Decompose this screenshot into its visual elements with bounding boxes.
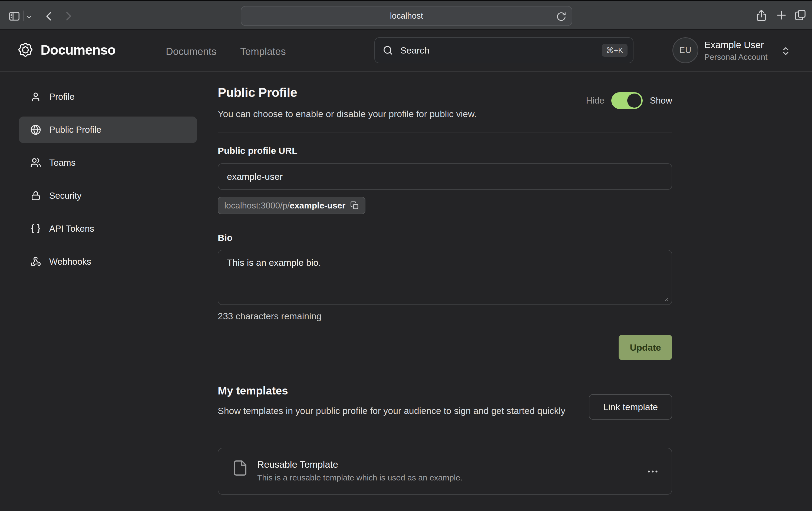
template-list-item: Reusable Template This is a reusable tem…	[218, 448, 672, 495]
bio-label: Bio	[218, 233, 233, 243]
ellipsis-menu-icon[interactable]	[646, 465, 659, 478]
template-description: This is a reusable template which is use…	[257, 473, 463, 482]
page-subtitle: You can choose to enable or disable your…	[218, 109, 476, 119]
profile-url-input[interactable]	[218, 163, 672, 190]
page-title: Public Profile	[218, 85, 297, 100]
sidebar-item-label: Security	[49, 190, 81, 201]
toolbar-divider	[23, 10, 24, 21]
user-name: Example User	[704, 39, 764, 50]
search-input[interactable]: Search ⌘+K	[374, 37, 634, 63]
share-icon[interactable]	[755, 9, 767, 21]
webhook-icon	[30, 256, 41, 267]
update-button[interactable]: Update	[618, 335, 672, 360]
toggle-knob	[627, 94, 641, 108]
copy-icon[interactable]	[350, 201, 359, 210]
users-icon	[30, 157, 41, 168]
profile-visibility-toggle[interactable]	[611, 92, 643, 109]
sidebar-item-profile[interactable]: Profile	[19, 84, 197, 110]
sidebar-item-label: Webhooks	[49, 257, 91, 267]
sidebar-item-label: Profile	[49, 92, 75, 102]
nav-templates[interactable]: Templates	[240, 46, 286, 57]
profile-url-slug: example-user	[290, 201, 345, 210]
search-placeholder: Search	[400, 45, 602, 56]
forward-icon[interactable]	[62, 10, 75, 23]
address-url: localhost	[390, 11, 423, 21]
sidebar-item-label: API Tokens	[49, 223, 94, 234]
search-shortcut-badge: ⌘+K	[602, 44, 628, 57]
tabs-overview-icon[interactable]	[794, 9, 807, 21]
sidebar-item-teams[interactable]: Teams	[19, 150, 197, 176]
lock-icon	[30, 190, 41, 201]
globe-icon	[30, 124, 41, 135]
documenso-logo-icon[interactable]	[17, 41, 34, 58]
browser-toolbar: localhost	[0, 0, 812, 30]
profile-url-label: Public profile URL	[218, 146, 297, 156]
templates-section-description: Show templates in your public profile fo…	[218, 404, 588, 418]
app-root: { "browser": { "url": "localhost", "icon…	[0, 0, 812, 511]
bio-textarea[interactable]: This is an example bio.	[218, 250, 672, 305]
profile-url-preview-chip[interactable]: localhost:3000/p/example-user	[218, 197, 366, 214]
brand-name[interactable]: Documenso	[40, 42, 116, 58]
sidebar-item-public-profile[interactable]: Public Profile	[19, 117, 197, 143]
chevron-down-icon[interactable]	[26, 14, 32, 20]
app-header: Documenso Documents Templates Search ⌘+K…	[0, 30, 812, 72]
sidebar-item-security[interactable]: Security	[19, 182, 197, 209]
sidebar-item-api-tokens[interactable]: API Tokens	[19, 215, 197, 242]
chevrons-up-down-icon[interactable]	[781, 46, 791, 56]
braces-icon	[30, 223, 41, 234]
templates-section-title: My templates	[218, 385, 288, 397]
back-icon[interactable]	[43, 10, 55, 23]
sidebar-item-label: Public Profile	[49, 125, 102, 135]
sidebar-item-webhooks[interactable]: Webhooks	[19, 248, 197, 275]
characters-remaining: 233 characters remaining	[218, 311, 322, 322]
toggle-hide-label: Hide	[586, 95, 605, 106]
link-template-button[interactable]: Link template	[589, 394, 672, 420]
avatar-initials: EU	[679, 46, 691, 55]
avatar[interactable]: EU	[672, 37, 698, 63]
sidebar-item-label: Teams	[49, 158, 76, 168]
public-profile-settings: Public Profile Hide Show You can choose …	[218, 72, 672, 511]
user-icon	[30, 91, 41, 102]
address-bar[interactable]: localhost	[241, 6, 572, 26]
profile-url-prefix: localhost:3000/p/example-user	[224, 201, 345, 211]
profile-visibility-toggle-row: Hide Show	[586, 92, 672, 109]
nav-documents[interactable]: Documents	[166, 46, 216, 57]
template-title: Reusable Template	[257, 459, 338, 470]
user-account-type: Personal Account	[704, 53, 767, 62]
toggle-show-label: Show	[650, 95, 672, 106]
sidebar-toggle-icon[interactable]	[8, 10, 21, 23]
refresh-icon[interactable]	[556, 11, 567, 22]
new-tab-icon[interactable]	[775, 9, 788, 21]
file-icon	[232, 460, 249, 476]
settings-sidebar: Profile Public Profile Teams Security AP…	[19, 84, 197, 281]
section-divider	[218, 132, 672, 132]
search-icon	[382, 45, 393, 56]
